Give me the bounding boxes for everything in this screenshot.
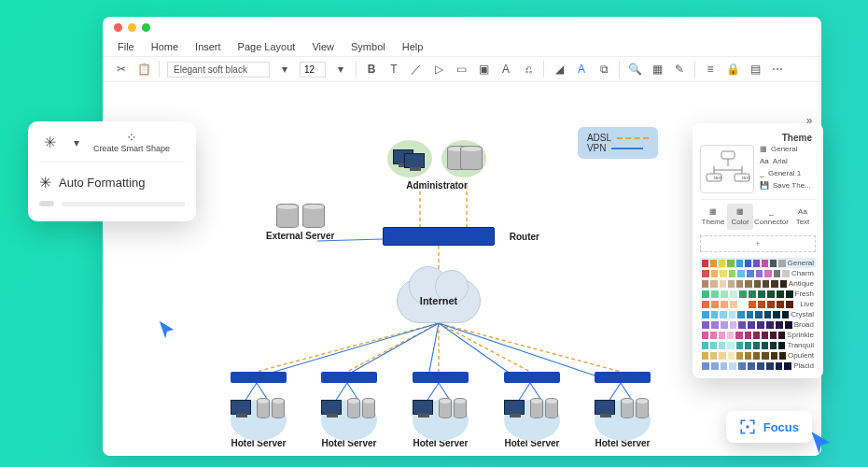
color-chip[interactable]: [753, 332, 760, 339]
menu-home[interactable]: Home: [151, 41, 178, 52]
color-chip[interactable]: [710, 280, 717, 288]
color-chip[interactable]: [702, 280, 708, 288]
color-chip[interactable]: [711, 311, 719, 318]
menu-view[interactable]: View: [312, 41, 334, 52]
color-chip[interactable]: [735, 332, 742, 339]
align-icon[interactable]: ≡: [703, 62, 718, 77]
color-chip[interactable]: [758, 290, 765, 298]
color-chip[interactable]: [737, 270, 745, 277]
color-chip[interactable]: [764, 311, 772, 318]
color-chip[interactable]: [711, 321, 719, 329]
external-server-node[interactable]: External Server: [266, 204, 334, 241]
color-chip[interactable]: [720, 270, 727, 277]
grid-icon[interactable]: ▦: [650, 62, 665, 77]
color-chip[interactable]: [729, 362, 736, 370]
hotel-server-node[interactable]: Hotel Server: [411, 372, 470, 448]
text-tool-icon[interactable]: T: [386, 62, 401, 77]
color-chip[interactable]: [763, 280, 769, 288]
color-chip[interactable]: [749, 290, 756, 298]
color-chip[interactable]: [739, 301, 747, 308]
color-chip[interactable]: [730, 290, 737, 298]
color-chip[interactable]: [719, 332, 725, 339]
color-chip[interactable]: [727, 260, 734, 267]
lock-icon[interactable]: 🔒: [725, 62, 740, 77]
swatch-row[interactable]: General: [700, 258, 816, 268]
tab-text[interactable]: AaText: [790, 204, 816, 230]
theme-opt-arial[interactable]: AaArial: [760, 157, 816, 165]
color-chip[interactable]: [773, 311, 780, 318]
swatch-row[interactable]: Broad: [700, 319, 816, 330]
color-chip[interactable]: [762, 260, 768, 267]
color-chip[interactable]: [719, 342, 725, 349]
minimize-icon[interactable]: [128, 23, 136, 32]
color-chip[interactable]: [728, 352, 735, 360]
color-chip[interactable]: [702, 332, 708, 339]
color-chip[interactable]: [745, 260, 751, 267]
color-chip[interactable]: [745, 342, 751, 349]
color-chip[interactable]: [767, 301, 775, 308]
color-chip[interactable]: [786, 301, 793, 308]
color-chip[interactable]: [771, 352, 777, 360]
color-chip[interactable]: [786, 290, 793, 298]
color-chip[interactable]: [777, 290, 784, 298]
color-chip[interactable]: [721, 290, 728, 298]
color-chip[interactable]: [711, 362, 719, 370]
color-chip[interactable]: [710, 352, 717, 360]
color-chip[interactable]: [710, 332, 717, 339]
hotel-server-node[interactable]: Hotel Server: [593, 372, 652, 448]
maximize-icon[interactable]: [142, 23, 150, 32]
color-chip[interactable]: [729, 270, 736, 277]
color-chip[interactable]: [753, 352, 760, 360]
theme-opt-general1[interactable]: ⎯General 1: [760, 169, 816, 177]
hotel-server-node[interactable]: Hotel Server: [229, 372, 288, 448]
popup-slider[interactable]: [39, 201, 185, 206]
color-chip[interactable]: [720, 280, 726, 288]
focus-button[interactable]: Focus: [726, 411, 812, 443]
color-chip[interactable]: [736, 342, 743, 349]
admin-node[interactable]: Administrator: [387, 140, 486, 191]
color-chip[interactable]: [702, 311, 709, 318]
menu-file[interactable]: File: [118, 41, 134, 52]
color-chip[interactable]: [762, 342, 768, 349]
color-chip[interactable]: [721, 301, 728, 308]
color-chip[interactable]: [702, 301, 709, 308]
color-chip[interactable]: [711, 290, 719, 298]
color-chip[interactable]: [770, 260, 777, 267]
color-chip[interactable]: [711, 301, 719, 308]
cut-icon[interactable]: ✂: [114, 62, 129, 77]
paste-icon[interactable]: 📋: [136, 62, 151, 77]
shape-icon[interactable]: ▭: [454, 62, 469, 77]
color-chip[interactable]: [702, 352, 708, 360]
color-chip[interactable]: [780, 280, 787, 288]
color-chip[interactable]: [764, 270, 772, 277]
color-chip[interactable]: [755, 311, 763, 318]
color-chip[interactable]: [702, 260, 708, 267]
color-chip[interactable]: [739, 290, 747, 298]
color-chip[interactable]: [770, 332, 777, 339]
color-chip[interactable]: [771, 280, 777, 288]
color-chip[interactable]: [737, 311, 745, 318]
close-icon[interactable]: [114, 23, 122, 32]
text-icon[interactable]: A: [498, 62, 513, 77]
menu-help[interactable]: Help: [402, 41, 424, 52]
color-chip[interactable]: [777, 301, 784, 308]
color-chip[interactable]: [711, 270, 719, 277]
color-chip[interactable]: [776, 321, 783, 329]
color-chip[interactable]: [720, 311, 727, 318]
color-chip[interactable]: [782, 270, 790, 277]
color-chip[interactable]: [756, 270, 763, 277]
color-chip[interactable]: [778, 260, 785, 267]
swatch-row[interactable]: Sprinkle: [700, 330, 816, 340]
burst-icon[interactable]: ✳: [39, 133, 60, 153]
pointer-icon[interactable]: ▷: [431, 62, 446, 77]
swatch-row[interactable]: Fresh: [700, 289, 816, 299]
swatch-row[interactable]: Live: [700, 299, 816, 309]
color-chip[interactable]: [753, 260, 760, 267]
color-chip[interactable]: [719, 352, 725, 360]
color-chip[interactable]: [766, 362, 774, 370]
color-chip[interactable]: [730, 321, 737, 329]
router-node[interactable]: Router: [383, 227, 495, 246]
color-chip[interactable]: [784, 362, 791, 370]
search-icon[interactable]: 🔍: [627, 62, 642, 77]
color-chip[interactable]: [770, 342, 777, 349]
